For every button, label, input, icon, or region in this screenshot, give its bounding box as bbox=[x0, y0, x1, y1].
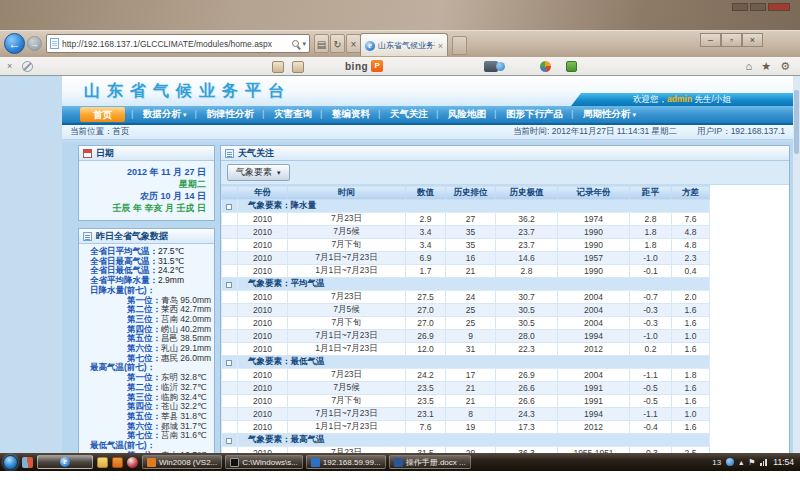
cell: 1990 bbox=[558, 226, 630, 239]
page-scrollbar[interactable] bbox=[793, 76, 800, 455]
table-row[interactable]: 20101月1日~7月23日1.7212.81990-0.10.4 bbox=[222, 265, 710, 278]
nav-item-周期性分析[interactable]: 周期性分析 ▾ bbox=[573, 108, 646, 121]
media-addon-icon[interactable] bbox=[484, 61, 498, 72]
taskbar-window-word-icon[interactable]: 操作手册.docx ... bbox=[389, 455, 471, 469]
bing-toolbar[interactable]: bing P bbox=[345, 60, 383, 72]
maximize-button[interactable]: ▫ bbox=[721, 33, 742, 47]
search-icon[interactable] bbox=[292, 40, 299, 47]
bg-close-button[interactable] bbox=[768, 3, 790, 11]
element-filter-button[interactable]: 气象要素 ▾ bbox=[227, 164, 290, 181]
row-select-cell bbox=[222, 304, 238, 317]
cell: 24 bbox=[446, 291, 496, 304]
nav-item-天气关注[interactable]: 天气关注 bbox=[380, 108, 438, 121]
nav-item-韵律性分析[interactable]: 韵律性分析 bbox=[196, 108, 264, 121]
rank-label: 第五位： bbox=[127, 333, 161, 343]
checkbox[interactable] bbox=[226, 282, 232, 288]
checkbox[interactable] bbox=[226, 360, 232, 366]
cell: 2010 bbox=[238, 343, 288, 356]
show-hidden-icons-chevron[interactable]: ▴ bbox=[739, 458, 743, 467]
taskbar-clock[interactable]: 11:54 bbox=[773, 457, 794, 467]
compatibility-button[interactable]: ▤ bbox=[314, 34, 329, 53]
chevron-down-icon[interactable]: ▾ bbox=[302, 40, 306, 48]
table-row[interactable]: 20107月1日~7月23日26.9928.01994-1.01.0 bbox=[222, 330, 710, 343]
table-row[interactable]: 20107月5候23.52126.61991-0.51.6 bbox=[222, 382, 710, 395]
favorites-star-icon[interactable]: ★ bbox=[761, 60, 771, 73]
bg-minimize-button[interactable] bbox=[732, 3, 748, 11]
table-row[interactable]: 20107月5候3.43523.719901.84.8 bbox=[222, 226, 710, 239]
media-player-icon[interactable] bbox=[127, 457, 138, 468]
table-row[interactable]: 20107月1日~7月23日23.1824.31994-1.11.0 bbox=[222, 408, 710, 421]
table-row[interactable]: 20107月下旬27.02530.52004-0.31.6 bbox=[222, 317, 710, 330]
col-header: 记录年份 bbox=[558, 186, 630, 200]
start-button[interactable] bbox=[3, 455, 18, 470]
minimize-button[interactable]: – bbox=[700, 33, 721, 47]
cell: 1990 bbox=[558, 265, 630, 278]
rank-label: 第一位： bbox=[127, 372, 161, 382]
nav-item-首页[interactable]: 首页 bbox=[80, 107, 125, 122]
col-header: 方差 bbox=[672, 186, 710, 200]
cell: 17 bbox=[446, 369, 496, 382]
tray-app-icon[interactable] bbox=[726, 458, 734, 466]
nav-item-数据分析[interactable]: 数据分析 ▾ bbox=[133, 108, 196, 121]
group-row: 气象要素：降水量 bbox=[222, 200, 710, 213]
scrollbar-thumb[interactable] bbox=[794, 90, 799, 154]
forward-button[interactable]: → bbox=[27, 36, 42, 51]
taskbar-window-rdp-icon[interactable]: 192.168.59.99... bbox=[306, 455, 386, 469]
nav-item-风险地图[interactable]: 风险地图 bbox=[438, 108, 496, 121]
tile-addon-icon2[interactable] bbox=[292, 61, 304, 73]
tab-close-icon[interactable]: × bbox=[438, 41, 443, 51]
page-icon bbox=[50, 38, 59, 49]
taskbar-app-icon[interactable] bbox=[112, 457, 123, 468]
cell: 7月1日~7月23日 bbox=[288, 408, 406, 421]
stop-button[interactable]: × bbox=[346, 34, 361, 53]
home-icon[interactable]: ⌂ bbox=[746, 60, 753, 73]
group-checkbox-cell bbox=[222, 278, 238, 291]
back-button[interactable]: ← bbox=[4, 33, 25, 54]
checkbox[interactable] bbox=[226, 204, 232, 210]
table-row[interactable]: 20107月23日2.92736.219742.87.6 bbox=[222, 213, 710, 226]
nav-item-图形下行产品[interactable]: 图形下行产品 bbox=[496, 108, 573, 121]
browser-tab[interactable]: e 山东省气候业务平... × bbox=[360, 33, 448, 57]
colorful-addon-icon[interactable] bbox=[540, 61, 551, 72]
col-header: 数值 bbox=[406, 186, 446, 200]
table-row[interactable]: 20107月1日~7月23日6.91614.61957-1.02.3 bbox=[222, 252, 710, 265]
table-row[interactable]: 20107月5候27.02530.52004-0.31.6 bbox=[222, 304, 710, 317]
url-text[interactable]: http://192.168.137.1/GLCCLIMATE/modules/… bbox=[62, 39, 289, 49]
table-row[interactable]: 20101月1日~7月23日12.03122.320120.21.6 bbox=[222, 343, 710, 356]
taskbar-window-vm-icon[interactable]: Win2008 (VS2... bbox=[142, 455, 222, 469]
nav-item-整编资料[interactable]: 整编资料 bbox=[322, 108, 380, 121]
taskbar-ie-active-button[interactable]: e bbox=[37, 455, 93, 469]
puzzle-addon-icon[interactable] bbox=[566, 61, 577, 72]
cell: 2004 bbox=[558, 317, 630, 330]
tile-addon-icon[interactable] bbox=[272, 61, 284, 73]
table-row[interactable]: 20101月1日~7月23日7.61917.32012-0.41.6 bbox=[222, 421, 710, 434]
cell: 35 bbox=[446, 226, 496, 239]
pinned-app-icon[interactable] bbox=[22, 457, 33, 468]
cell: 7月23日 bbox=[288, 213, 406, 226]
new-tab-button[interactable] bbox=[452, 36, 467, 55]
refresh-button[interactable]: ↻ bbox=[330, 34, 345, 53]
bg-maximize-button[interactable] bbox=[750, 3, 766, 11]
cell: -0.7 bbox=[630, 291, 672, 304]
col-header: 距平 bbox=[630, 186, 672, 200]
cell: 7月下旬 bbox=[288, 239, 406, 252]
table-row[interactable]: 20107月下旬23.52126.61991-0.51.6 bbox=[222, 395, 710, 408]
cell: 25 bbox=[446, 317, 496, 330]
cell: 2010 bbox=[238, 317, 288, 330]
close-button[interactable]: × bbox=[742, 33, 763, 47]
page-title: 山东省气候业务平台 bbox=[84, 81, 291, 102]
table-row[interactable]: 20107月下旬3.43523.719901.84.8 bbox=[222, 239, 710, 252]
explorer-icon[interactable] bbox=[97, 457, 108, 468]
rank-value: 崂山 40.2mm bbox=[161, 324, 211, 334]
addon-close-icon[interactable]: × bbox=[7, 61, 12, 71]
table-row[interactable]: 20107月23日24.21726.92004-1.11.8 bbox=[222, 369, 710, 382]
taskbar-window-cmd-icon[interactable]: C:\Windows\s... bbox=[225, 455, 303, 469]
address-bar[interactable]: http://192.168.137.1/GLCCLIMATE/modules/… bbox=[46, 34, 310, 53]
checkbox[interactable] bbox=[226, 438, 232, 444]
network-icon[interactable] bbox=[760, 459, 768, 466]
action-center-flag-icon[interactable]: ⚑ bbox=[748, 458, 755, 467]
cell: 1月1日~7月23日 bbox=[288, 343, 406, 356]
nav-item-灾害查询[interactable]: 灾害查询 bbox=[264, 108, 322, 121]
gear-icon[interactable]: ⚙ bbox=[780, 60, 790, 73]
table-row[interactable]: 20107月23日27.52430.72004-0.72.0 bbox=[222, 291, 710, 304]
